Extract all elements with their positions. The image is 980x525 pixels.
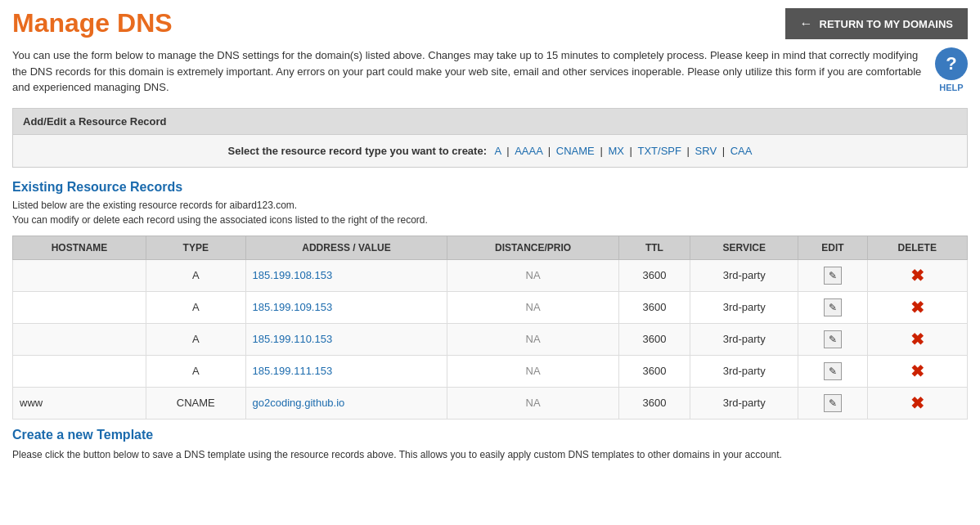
return-to-domains-button[interactable]: ← RETURN TO MY DOMAINS — [785, 8, 968, 39]
record-type-txtspf[interactable]: TXT/SPF — [638, 145, 681, 157]
select-text: Select the resource record type you want… — [228, 145, 487, 157]
col-hostname: HOSTNAME — [13, 236, 146, 259]
table-row: A 185.199.110.153 NA 3600 3rd-party ✎ ✖ — [13, 323, 968, 355]
delete-button[interactable]: ✖ — [910, 330, 924, 348]
table-row: A 185.199.111.153 NA 3600 3rd-party ✎ ✖ — [13, 355, 968, 387]
cell-service: 3rd-party — [690, 259, 798, 291]
cell-service: 3rd-party — [690, 323, 798, 355]
cell-address: 185.199.111.153 — [245, 355, 447, 387]
cell-hostname — [13, 259, 146, 291]
page-title: Manage DNS — [12, 8, 173, 38]
cell-edit[interactable]: ✎ — [798, 259, 867, 291]
record-type-mx[interactable]: MX — [608, 145, 624, 157]
cell-address: 185.199.108.153 — [245, 259, 447, 291]
edit-button[interactable]: ✎ — [824, 330, 842, 348]
return-button-label: RETURN TO MY DOMAINS — [820, 18, 953, 30]
cell-type: A — [146, 259, 245, 291]
cell-hostname — [13, 291, 146, 323]
cell-delete[interactable]: ✖ — [867, 355, 967, 387]
existing-desc: Listed below are the existing resource r… — [12, 198, 968, 227]
cell-delete[interactable]: ✖ — [867, 387, 967, 419]
arrow-left-icon: ← — [800, 16, 813, 31]
cell-service: 3rd-party — [690, 355, 798, 387]
col-delete: DELETE — [867, 236, 967, 259]
cell-delete[interactable]: ✖ — [867, 323, 967, 355]
cell-address: 185.199.110.153 — [245, 323, 447, 355]
cell-service: 3rd-party — [690, 387, 798, 419]
delete-button[interactable]: ✖ — [910, 394, 924, 412]
cell-type: A — [146, 355, 245, 387]
edit-button[interactable]: ✎ — [824, 394, 842, 412]
help-button[interactable]: ? HELP — [935, 47, 968, 92]
cell-type: A — [146, 291, 245, 323]
col-type: TYPE — [146, 236, 245, 259]
table-row: A 185.199.108.153 NA 3600 3rd-party ✎ ✖ — [13, 259, 968, 291]
add-edit-header: Add/Edit a Resource Record — [13, 109, 967, 135]
cell-edit[interactable]: ✎ — [798, 323, 867, 355]
cell-ttl: 3600 — [618, 259, 690, 291]
cell-hostname — [13, 355, 146, 387]
record-type-aaaa[interactable]: AAAA — [515, 145, 542, 157]
delete-button[interactable]: ✖ — [910, 298, 924, 316]
table-row: A 185.199.109.153 NA 3600 3rd-party ✎ ✖ — [13, 291, 968, 323]
cell-distance: NA — [447, 291, 618, 323]
cell-ttl: 3600 — [618, 355, 690, 387]
help-circle-icon: ? — [935, 47, 968, 80]
cell-address: go2coding.github.io — [245, 387, 447, 419]
cell-delete[interactable]: ✖ — [867, 259, 967, 291]
record-type-cname[interactable]: CNAME — [556, 145, 595, 157]
add-edit-section: Add/Edit a Resource Record Select the re… — [12, 108, 968, 168]
intro-text: You can use the form below to manage the… — [12, 47, 923, 96]
col-service: SERVICE — [690, 236, 798, 259]
edit-button[interactable]: ✎ — [824, 298, 842, 316]
record-type-caa[interactable]: CAA — [731, 145, 753, 157]
cell-ttl: 3600 — [618, 291, 690, 323]
table-row: www CNAME go2coding.github.io NA 3600 3r… — [13, 387, 968, 419]
create-template-desc: Please click the button below to save a … — [12, 447, 968, 462]
cell-distance: NA — [447, 355, 618, 387]
cell-service: 3rd-party — [690, 291, 798, 323]
cell-address: 185.199.109.153 — [245, 291, 447, 323]
cell-type: CNAME — [146, 387, 245, 419]
col-ttl: TTL — [618, 236, 690, 259]
cell-ttl: 3600 — [618, 387, 690, 419]
existing-title: Existing Resource Records — [12, 180, 968, 195]
help-label: HELP — [939, 83, 963, 92]
existing-section: Existing Resource Records Listed below a… — [12, 180, 968, 420]
cell-edit[interactable]: ✎ — [798, 291, 867, 323]
col-distance: DISTANCE/PRIO — [447, 236, 618, 259]
cell-ttl: 3600 — [618, 323, 690, 355]
cell-hostname — [13, 323, 146, 355]
dns-records-table: HOSTNAME TYPE ADDRESS / VALUE DISTANCE/P… — [12, 236, 968, 420]
col-edit: EDIT — [798, 236, 867, 259]
cell-edit[interactable]: ✎ — [798, 387, 867, 419]
record-type-srv[interactable]: SRV — [695, 145, 717, 157]
delete-button[interactable]: ✖ — [910, 267, 924, 285]
cell-delete[interactable]: ✖ — [867, 291, 967, 323]
record-type-links: A | AAAA | CNAME | MX | TXT/SPF | SRV | … — [490, 145, 753, 157]
record-type-row: Select the resource record type you want… — [13, 135, 967, 167]
create-template-title: Create a new Template — [12, 428, 968, 442]
cell-distance: NA — [447, 323, 618, 355]
delete-button[interactable]: ✖ — [910, 362, 924, 380]
cell-type: A — [146, 323, 245, 355]
cell-hostname: www — [13, 387, 146, 419]
cell-distance: NA — [447, 387, 618, 419]
col-address: ADDRESS / VALUE — [245, 236, 447, 259]
create-template-section: Create a new Template Please click the b… — [12, 428, 968, 462]
cell-edit[interactable]: ✎ — [798, 355, 867, 387]
cell-distance: NA — [447, 259, 618, 291]
edit-button[interactable]: ✎ — [824, 362, 842, 380]
edit-button[interactable]: ✎ — [824, 267, 842, 285]
record-type-a[interactable]: A — [495, 145, 501, 157]
